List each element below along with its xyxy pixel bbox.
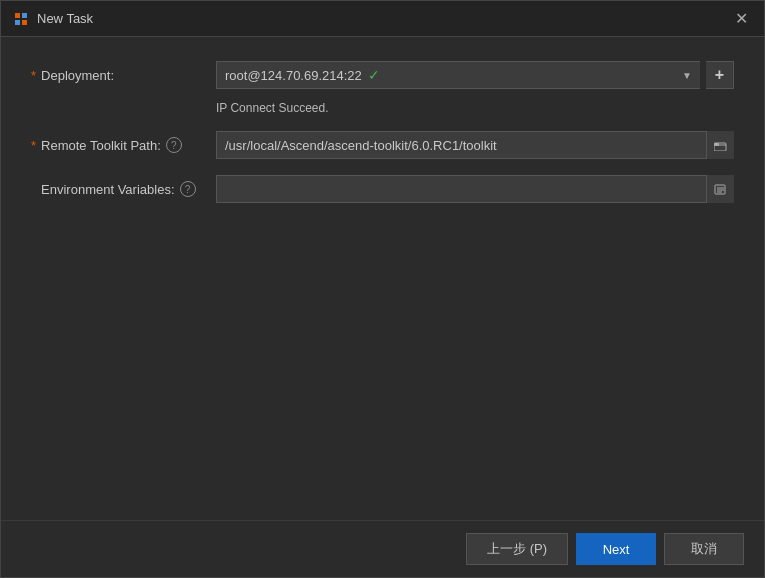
dialog-footer: 上一步 (P) Next 取消 xyxy=(1,520,764,577)
connect-status-text: IP Connect Succeed. xyxy=(216,101,329,115)
deployment-label-area: * Deployment: xyxy=(31,68,216,83)
new-task-dialog: New Task ✕ * Deployment: root@124.70.69.… xyxy=(0,0,765,578)
deployment-value: root@124.70.69.214:22 xyxy=(225,68,362,83)
deployment-value-area: root@124.70.69.214:22 ✓ xyxy=(225,67,380,83)
deployment-row: * Deployment: root@124.70.69.214:22 ✓ ▼ … xyxy=(31,57,734,93)
title-bar-left: New Task xyxy=(13,11,93,27)
deployment-required: * xyxy=(31,68,36,83)
add-deployment-button[interactable]: + xyxy=(706,61,734,89)
deployment-label: Deployment: xyxy=(41,68,114,83)
remote-toolkit-label-area: * Remote Toolkit Path: ? xyxy=(31,137,216,153)
env-variables-input-wrapper xyxy=(216,175,734,203)
env-variables-field xyxy=(216,175,734,203)
remote-toolkit-row: * Remote Toolkit Path: ? xyxy=(31,127,734,163)
svg-rect-2 xyxy=(15,20,20,25)
remote-toolkit-required: * xyxy=(31,138,36,153)
form-content: * Deployment: root@124.70.69.214:22 ✓ ▼ … xyxy=(1,37,764,520)
svg-rect-0 xyxy=(15,13,20,18)
svg-rect-1 xyxy=(22,13,27,18)
remote-toolkit-input-wrapper xyxy=(216,131,734,159)
env-variables-browse-button[interactable] xyxy=(706,175,734,203)
cancel-button[interactable]: 取消 xyxy=(664,533,744,565)
dropdown-arrow-icon: ▼ xyxy=(682,70,692,81)
deployment-field: root@124.70.69.214:22 ✓ ▼ + xyxy=(216,61,734,89)
connect-status-row: IP Connect Succeed. xyxy=(31,101,734,115)
remote-toolkit-input[interactable] xyxy=(216,131,734,159)
deployment-dropdown[interactable]: root@124.70.69.214:22 ✓ ▼ xyxy=(216,61,700,89)
close-button[interactable]: ✕ xyxy=(731,9,752,29)
env-variables-row: * Environment Variables: ? xyxy=(31,171,734,207)
env-variables-help-icon[interactable]: ? xyxy=(180,181,196,197)
title-bar: New Task ✕ xyxy=(1,1,764,37)
connect-check-icon: ✓ xyxy=(368,67,380,83)
prev-button[interactable]: 上一步 (P) xyxy=(466,533,568,565)
dialog-title: New Task xyxy=(37,11,93,26)
env-variables-label-area: * Environment Variables: ? xyxy=(31,181,216,197)
remote-toolkit-help-icon[interactable]: ? xyxy=(166,137,182,153)
task-icon xyxy=(13,11,29,27)
remote-toolkit-label: Remote Toolkit Path: xyxy=(41,138,161,153)
svg-rect-3 xyxy=(22,20,27,25)
env-variables-label: Environment Variables: xyxy=(41,182,174,197)
next-button[interactable]: Next xyxy=(576,533,656,565)
env-variables-required: * xyxy=(31,182,36,197)
remote-toolkit-browse-button[interactable] xyxy=(706,131,734,159)
env-variables-input[interactable] xyxy=(216,175,734,203)
remote-toolkit-field xyxy=(216,131,734,159)
